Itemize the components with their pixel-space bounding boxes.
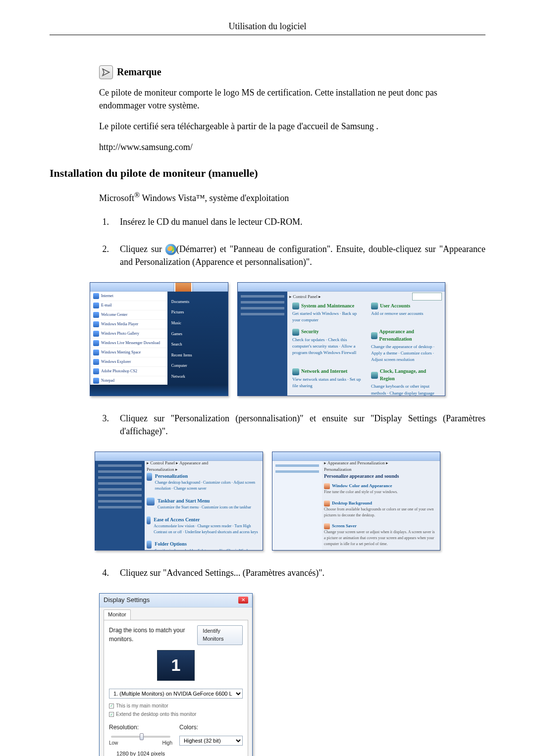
- step-1: 1. Insérez le CD du manuel dans le lecte…: [99, 215, 485, 228]
- category-sub: Add or remove user accounts: [371, 310, 441, 317]
- step-2-text: Cliquez sur (Démarrer) et "Panneau de co…: [120, 243, 485, 268]
- app-icon: [93, 312, 99, 318]
- start-menu-item[interactable]: Windows Photo Gallery: [90, 329, 167, 339]
- dialog-title: Display Settings: [104, 596, 150, 605]
- step-4: 4. Cliquez sur "Advanced Settings... (Pa…: [99, 566, 485, 579]
- category-icon: [292, 368, 299, 375]
- extend-desktop-checkbox[interactable]: ✓Extend the desktop onto this monitor: [109, 711, 243, 718]
- start-menu-right-item[interactable]: Search: [167, 339, 228, 350]
- resolution-value: 1280 by 1024 pixels: [109, 750, 172, 756]
- remark-p1: Ce pilote de moniteur comporte le logo M…: [99, 86, 485, 112]
- start-menu-right-item[interactable]: Documents: [167, 297, 228, 307]
- start-menu-right-item[interactable]: Recent Items: [167, 350, 228, 361]
- main-monitor-checkbox[interactable]: ✓This is my main monitor: [109, 703, 243, 710]
- category-sub: Check for updates · Check this computer'…: [292, 337, 362, 356]
- cp-category[interactable]: SecurityCheck for updates · Check this c…: [292, 328, 362, 363]
- category-sub: View network status and tasks · Set up f…: [292, 376, 362, 389]
- app-icon: [93, 350, 99, 355]
- start-menu-right-item[interactable]: Pictures: [167, 307, 228, 318]
- resolution-slider[interactable]: [111, 736, 170, 738]
- dialog-tabs: Monitor: [100, 607, 252, 620]
- item-desc: Choose from available backgrounds or col…: [324, 506, 436, 518]
- cp-category[interactable]: User AccountsAdd or remove user accounts: [371, 302, 441, 324]
- os-line: Microsoft® Windows Vista™, système d'exp…: [99, 190, 485, 204]
- app-icon: [93, 302, 99, 308]
- os-rest: Windows Vista™, système d'exploitation: [140, 193, 289, 203]
- appearance-link[interactable]: Folder OptionsSpecify single- or double-…: [147, 541, 259, 551]
- identify-monitors-button[interactable]: Identify Monitors: [197, 625, 243, 645]
- start-menu-item[interactable]: Welcome Center: [90, 310, 167, 320]
- category-title: Clock, Language, and Region: [380, 368, 441, 382]
- start-menu-item[interactable]: Windows Live Messenger Download: [90, 339, 167, 348]
- step-3-num: 3.: [99, 412, 109, 425]
- category-icon: [292, 329, 299, 336]
- start-menu-item[interactable]: Windows Media Player: [90, 320, 167, 329]
- screenshot-appearance: ▸ Control Panel ▸ Appearance and Persona…: [95, 452, 263, 551]
- start-menu-right-item[interactable]: [167, 292, 228, 297]
- dialog-panel: Drag the icons to match your monitors. I…: [104, 620, 248, 756]
- appearance-link[interactable]: PersonalizationChange desktop background…: [147, 473, 259, 492]
- colors-select[interactable]: Highest (32 bit): [179, 736, 243, 746]
- close-icon[interactable]: ✕: [238, 597, 248, 604]
- address-bar: ▸ Control Panel ▸ Appearance and Persona…: [147, 463, 228, 470]
- start-menu-right-item[interactable]: Computer: [167, 360, 228, 371]
- slider-low: Low: [109, 740, 118, 747]
- cp-cards: System and MaintenanceGet started with W…: [292, 302, 441, 392]
- personalization-item[interactable]: Screen SaverChange your screen saver or …: [324, 523, 436, 547]
- step-2-num: 2.: [99, 243, 109, 255]
- app-icon: [93, 321, 99, 327]
- chk1-label: This is my main monitor: [116, 703, 168, 710]
- appearance-link[interactable]: Ease of Access CenterAccommodate low vis…: [147, 516, 259, 535]
- monitor-select[interactable]: 1. (Multiple Monitors) on NVIDIA GeForce…: [109, 689, 243, 699]
- cp-category[interactable]: Clock, Language, and RegionChange keyboa…: [371, 368, 441, 396]
- category-title: Security: [301, 328, 319, 336]
- start-menu-right-item[interactable]: Network: [167, 371, 228, 382]
- start-menu-item[interactable]: Windows Explorer: [90, 357, 167, 367]
- app-icon: [93, 340, 99, 346]
- start-menu-item[interactable]: Adobe Photoshop CS2: [90, 367, 167, 376]
- category-sub: Change keyboards or other input methods …: [371, 383, 441, 396]
- screenshot-row-2: ▸ Control Panel ▸ Appearance and Persona…: [50, 452, 485, 551]
- screenshot-start-menu: InternetE-mailWelcome CenterWindows Medi…: [90, 282, 228, 396]
- step-1-num: 1.: [99, 215, 109, 228]
- start-menu-item[interactable]: Internet: [90, 292, 167, 301]
- start-menu-item-label: Windows Explorer: [101, 359, 131, 365]
- tab-monitor[interactable]: Monitor: [104, 609, 131, 620]
- screenshot-row-1: InternetE-mailWelcome CenterWindows Medi…: [50, 282, 485, 396]
- drag-text: Drag the icons to match your monitors.: [109, 626, 197, 644]
- start-menu-item-label: E-mail: [101, 302, 112, 308]
- start-menu-right-item[interactable]: Games: [167, 329, 228, 340]
- link-icon: [147, 541, 152, 549]
- start-menu-item-label: Internet: [101, 293, 113, 299]
- category-icon: [371, 332, 377, 339]
- start-menu-item[interactable]: E-mail: [90, 301, 167, 310]
- os-prefix: Microsoft: [99, 193, 134, 203]
- dialog-titlebar: Display Settings ✕: [100, 594, 252, 607]
- remark-p2: Le pilote certifié sera téléchargeable à…: [99, 120, 485, 133]
- personalization-item[interactable]: Desktop BackgroundChoose from available …: [324, 500, 436, 518]
- category-title: Network and Internet: [301, 368, 347, 375]
- address-bar: ▸ Appearance and Personalization ▸ Perso…: [324, 463, 405, 470]
- cp-category[interactable]: System and MaintenanceGet started with W…: [292, 302, 362, 324]
- personalization-item[interactable]: Window Color and AppearanceFine tune the…: [324, 483, 436, 495]
- link-icon: [147, 516, 151, 524]
- display-settings-dialog: Display Settings ✕ Monitor Drag the icon…: [99, 593, 253, 756]
- start-menu-item-label: Windows Meeting Space: [101, 350, 141, 355]
- appearance-link[interactable]: Taskbar and Start MenuCustomize the Star…: [147, 498, 259, 510]
- category-sub: Get started with Windows · Back up your …: [292, 310, 362, 323]
- cp-category[interactable]: Appearance and PersonalizationChange the…: [371, 328, 441, 363]
- start-menu-right-item[interactable]: Music: [167, 318, 228, 329]
- app-icon: [93, 293, 99, 299]
- start-menu-item[interactable]: Windows Meeting Space: [90, 348, 167, 357]
- remark-heading: Remarque: [99, 65, 485, 79]
- monitor-preview[interactable]: 1: [157, 650, 195, 681]
- step-4-num: 4.: [99, 566, 109, 579]
- cp-category[interactable]: Network and InternetView network status …: [292, 368, 362, 396]
- titlebar: [90, 283, 228, 292]
- item-title: Screen Saver: [332, 523, 357, 529]
- category-icon: [292, 302, 299, 309]
- start-menu-item-label: Windows Photo Gallery: [101, 331, 139, 337]
- category-icon: [371, 302, 378, 309]
- app-icon: [93, 368, 99, 374]
- item-icon: [324, 483, 330, 489]
